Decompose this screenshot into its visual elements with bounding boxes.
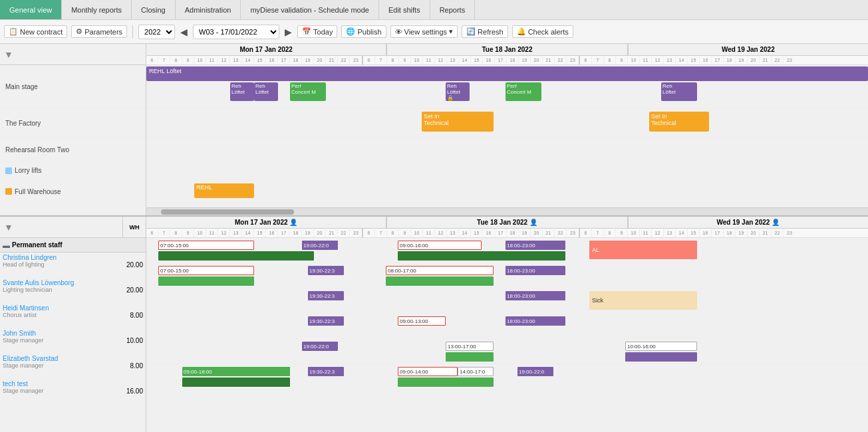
week-select[interactable]: W03 - 17/01/2022 <box>193 25 279 39</box>
shift-heidi-d1[interactable]: 19:30-22:3 <box>308 291 344 300</box>
staff-name-4[interactable]: Elizabeth Svarstad <box>3 355 120 362</box>
shift-techtest-d2[interactable]: 09:00-14:00 <box>398 367 458 376</box>
shift-svante-d2c[interactable]: 18:00-23:00 <box>506 266 565 275</box>
new-contract-button[interactable]: 📋 New contract <box>4 25 67 38</box>
rehearsal-grid-row <box>146 138 868 162</box>
shift-christina-d3[interactable]: AL <box>589 241 697 259</box>
shift-techtest-d2b[interactable]: 14:00-17:0 <box>458 367 494 376</box>
h22-d3: 22 <box>772 56 784 64</box>
shift-john-d2b[interactable]: 18:00-23:00 <box>506 316 565 326</box>
h15-d1: 15 <box>254 56 266 64</box>
shift-christina-d2c[interactable] <box>398 251 565 261</box>
staff-name-3[interactable]: John Smith <box>3 330 120 337</box>
rehl-warehouse-d1[interactable]: REHL <box>194 183 254 198</box>
staff-role-0: Head of lighting <box>3 261 120 268</box>
shift-heidi-d3[interactable]: Sick <box>589 291 697 310</box>
h19-d1: 19 <box>302 56 314 64</box>
reh-loftet-d1b[interactable]: RehLöftet <box>254 82 278 101</box>
h6-d1: 6 <box>146 56 158 64</box>
shift-john-d1[interactable]: 19:30-22:3 <box>308 316 344 326</box>
date-tue-bottom: Tue 18 Jan 2022 👤 <box>387 217 628 228</box>
params-icon: ⚙ <box>76 27 82 36</box>
tab-general-view[interactable]: General view <box>0 0 62 19</box>
perf-concert-d1[interactable]: PerfConcert M <box>290 82 326 101</box>
bh18-d3: 18 <box>724 229 736 237</box>
date-tue: Tue 18 Jan 2022 <box>387 44 628 55</box>
bh7-d2: 7 <box>375 229 387 237</box>
tab-closing[interactable]: Closing <box>132 0 176 19</box>
today-button[interactable]: 📅 Today <box>297 25 337 38</box>
reh-loftet-d3[interactable]: RehLöftet <box>661 82 697 101</box>
h23-d2: 23 <box>567 56 579 64</box>
bh16-d3: 16 <box>700 229 712 237</box>
shift-christina-d2[interactable]: 09:00-16:00 <box>398 241 482 250</box>
rehearsal-row: Rehearsal Room Two <box>0 138 146 162</box>
shift-svante-d2[interactable]: 08:00-17:00 <box>386 266 494 275</box>
top-right-content: Mon 17 Jan 2022 Tue 18 Jan 2022 Wed 19 J… <box>146 44 868 215</box>
shift-elizabeth-d2b[interactable] <box>446 352 494 362</box>
staff-name-1[interactable]: Svante Aulis Löwenborg <box>3 279 120 286</box>
date-wed-bottom: Wed 19 Jan 2022 👤 <box>629 217 868 228</box>
shift-techtest-d1c[interactable]: 19:30-22:3 <box>308 367 344 376</box>
shift-techtest-d1[interactable]: 09:00-18:00 <box>182 367 290 376</box>
filter-icon-bottom[interactable]: ▼ <box>4 222 13 233</box>
collapse-icon[interactable]: ▬ <box>3 241 10 249</box>
parameters-button[interactable]: ⚙ Parameters <box>71 25 127 38</box>
staff-name-0[interactable]: Christina Lindgren <box>3 254 120 261</box>
shift-techtest-d1b[interactable] <box>182 378 290 387</box>
publish-button[interactable]: 🌐 Publish <box>341 25 386 38</box>
reh-loftet-d1a[interactable]: RehLöftet <box>230 82 254 101</box>
shift-christina-d2b[interactable]: 18:00-23:00 <box>506 241 565 250</box>
new-contract-label: New contract <box>20 28 63 36</box>
shift-john-d2[interactable]: 09:00-13:00 <box>398 316 446 326</box>
scrollbar-top[interactable] <box>146 207 868 215</box>
shift-elizabeth-d1[interactable]: 19:00-22:0 <box>302 342 338 351</box>
perf-concert-d2[interactable]: PerfConcert M <box>506 82 541 101</box>
set-in-technical-d3[interactable]: Set InTechnical <box>649 112 709 132</box>
tab-mydiese[interactable]: myDiese validation - Schedule mode <box>241 0 379 19</box>
shift-svante-d1[interactable]: 07:00-15:00 <box>158 266 254 275</box>
bh8-d2: 8 <box>387 229 399 237</box>
shift-svante-d2b[interactable] <box>386 276 494 286</box>
check-alerts-button[interactable]: 🔔 Check alerts <box>512 25 573 38</box>
year-select[interactable]: 2022 <box>138 25 175 39</box>
reh-loftet-d2[interactable]: RehLöftet 🔒 <box>446 82 470 101</box>
next-week-button[interactable]: ▶ <box>283 27 293 37</box>
shift-svante-d1b[interactable] <box>158 276 254 286</box>
bh17-d2: 17 <box>495 229 507 237</box>
tab-monthly-reports[interactable]: Monthly reports <box>62 0 132 19</box>
today-label: Today <box>313 28 333 36</box>
view-settings-button[interactable]: 👁 View settings ▾ <box>390 25 458 38</box>
h8-d2: 8 <box>387 56 399 64</box>
filter-icon[interactable]: ▼ <box>4 49 13 60</box>
shift-techtest-d2c[interactable] <box>398 378 494 387</box>
set-in-technical-d2[interactable]: Set InTechnical <box>422 112 494 132</box>
tab-edit-shifts[interactable]: Edit shifts <box>379 0 430 19</box>
shift-elizabeth-d3b[interactable] <box>625 352 697 362</box>
staff-name-5[interactable]: tech test <box>3 380 120 387</box>
prev-week-button[interactable]: ◀ <box>179 27 189 37</box>
staff-info-0: Christina Lindgren Head of lighting <box>0 253 122 277</box>
shift-techtest-d2d[interactable]: 19:00-22:0 <box>517 367 553 376</box>
shift-heidi-d2[interactable]: 18:00-23:00 <box>506 291 565 300</box>
bh11-d1: 11 <box>206 229 218 237</box>
shift-christina-d1c[interactable] <box>158 251 314 261</box>
rehl-loftet-main[interactable]: REHL Löftet <box>146 66 868 81</box>
staff-name-2[interactable]: Heidi Martinsen <box>3 304 120 312</box>
shift-christina-d1b[interactable]: 19:00-22:0 <box>302 241 338 250</box>
shift-christina-d1[interactable]: 07:00-15:00 <box>158 241 254 250</box>
view-settings-label: View settings <box>404 28 448 36</box>
h23-d1: 23 <box>350 56 362 64</box>
scroll-thumb-top[interactable] <box>161 209 294 215</box>
shift-elizabeth-d3[interactable]: 10:00-16:00 <box>625 342 697 351</box>
shift-svante-d1c[interactable]: 19:30-22:3 <box>308 266 344 275</box>
tab-administration[interactable]: Administration <box>176 0 241 19</box>
bh12-d1: 12 <box>218 229 230 237</box>
shift-elizabeth-d2[interactable]: 13:00-17:00 <box>446 342 494 351</box>
bh15-d3: 15 <box>688 229 700 237</box>
refresh-button[interactable]: 🔄 Refresh <box>462 25 508 38</box>
bh13-d3: 13 <box>664 229 676 237</box>
tab-reports[interactable]: Reports <box>430 0 476 19</box>
bh6-d3: 6 <box>580 229 592 237</box>
h11-d2: 11 <box>423 56 435 64</box>
